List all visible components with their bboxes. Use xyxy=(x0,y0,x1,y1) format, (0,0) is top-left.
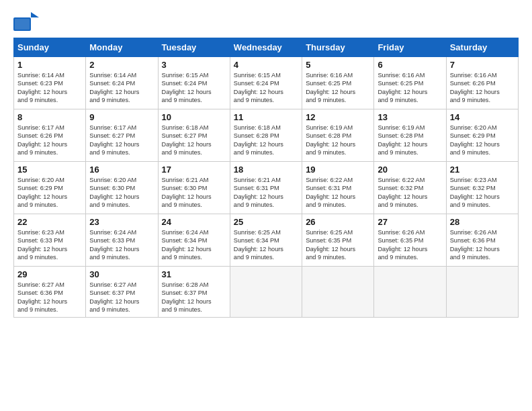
day-number: 8 xyxy=(17,112,82,122)
day-number: 4 xyxy=(234,60,298,70)
day-number: 11 xyxy=(234,112,298,122)
header-row: SundayMondayTuesdayWednesdayThursdayFrid… xyxy=(14,38,519,57)
day-number: 29 xyxy=(17,269,82,279)
cell-info: Sunrise: 6:17 AMSunset: 6:27 PMDaylight:… xyxy=(89,124,154,157)
logo-icon xyxy=(13,12,39,31)
day-number: 2 xyxy=(89,60,154,70)
day-number: 27 xyxy=(378,217,442,227)
logo xyxy=(13,12,40,31)
day-number: 30 xyxy=(89,269,154,279)
day-header-tuesday: Tuesday xyxy=(158,38,230,57)
cell-info: Sunrise: 6:22 AMSunset: 6:32 PMDaylight:… xyxy=(378,176,442,210)
calendar-cell: 23Sunrise: 6:24 AMSunset: 6:33 PMDayligh… xyxy=(86,214,158,267)
cell-info: Sunrise: 6:28 AMSunset: 6:37 PMDaylight:… xyxy=(162,281,226,314)
calendar-cell: 21Sunrise: 6:23 AMSunset: 6:32 PMDayligh… xyxy=(446,162,518,214)
calendar-cell: 9Sunrise: 6:17 AMSunset: 6:27 PMDaylight… xyxy=(86,109,158,162)
day-number: 18 xyxy=(234,165,298,175)
week-row-4: 22Sunrise: 6:23 AMSunset: 6:33 PMDayligh… xyxy=(14,214,519,267)
header xyxy=(13,12,519,31)
calendar-cell: 11Sunrise: 6:18 AMSunset: 6:28 PMDayligh… xyxy=(230,109,302,162)
calendar-cell: 13Sunrise: 6:19 AMSunset: 6:28 PMDayligh… xyxy=(374,109,446,162)
calendar-cell: 1Sunrise: 6:14 AMSunset: 6:23 PMDaylight… xyxy=(14,57,86,109)
cell-info: Sunrise: 6:17 AMSunset: 6:26 PMDaylight:… xyxy=(17,124,82,157)
day-number: 1 xyxy=(17,60,82,70)
day-number: 12 xyxy=(306,112,370,122)
svg-marker-1 xyxy=(31,12,39,17)
cell-info: Sunrise: 6:15 AMSunset: 6:24 PMDaylight:… xyxy=(162,71,226,105)
calendar-cell: 29Sunrise: 6:27 AMSunset: 6:36 PMDayligh… xyxy=(14,267,86,318)
calendar-cell: 17Sunrise: 6:21 AMSunset: 6:30 PMDayligh… xyxy=(158,162,230,214)
day-number: 28 xyxy=(450,217,515,227)
cell-info: Sunrise: 6:21 AMSunset: 6:31 PMDaylight:… xyxy=(234,176,298,210)
day-number: 16 xyxy=(89,165,154,175)
cell-info: Sunrise: 6:19 AMSunset: 6:28 PMDaylight:… xyxy=(306,124,370,157)
cell-info: Sunrise: 6:26 AMSunset: 6:36 PMDaylight:… xyxy=(450,228,515,262)
calendar-cell: 28Sunrise: 6:26 AMSunset: 6:36 PMDayligh… xyxy=(446,214,518,267)
calendar-cell: 12Sunrise: 6:19 AMSunset: 6:28 PMDayligh… xyxy=(302,109,374,162)
day-number: 6 xyxy=(378,60,442,70)
calendar-cell: 14Sunrise: 6:20 AMSunset: 6:29 PMDayligh… xyxy=(446,109,518,162)
svg-rect-2 xyxy=(15,19,30,30)
cell-info: Sunrise: 6:18 AMSunset: 6:28 PMDaylight:… xyxy=(234,124,298,157)
cell-info: Sunrise: 6:26 AMSunset: 6:35 PMDaylight:… xyxy=(378,228,442,262)
cell-info: Sunrise: 6:15 AMSunset: 6:24 PMDaylight:… xyxy=(234,71,298,105)
day-number: 21 xyxy=(450,165,515,175)
day-number: 22 xyxy=(17,217,82,227)
calendar-cell: 6Sunrise: 6:16 AMSunset: 6:25 PMDaylight… xyxy=(374,57,446,109)
calendar-cell: 31Sunrise: 6:28 AMSunset: 6:37 PMDayligh… xyxy=(158,267,230,318)
calendar-cell xyxy=(230,267,302,318)
calendar-cell: 8Sunrise: 6:17 AMSunset: 6:26 PMDaylight… xyxy=(14,109,86,162)
calendar-cell: 20Sunrise: 6:22 AMSunset: 6:32 PMDayligh… xyxy=(374,162,446,214)
calendar-cell: 10Sunrise: 6:18 AMSunset: 6:27 PMDayligh… xyxy=(158,109,230,162)
cell-info: Sunrise: 6:27 AMSunset: 6:36 PMDaylight:… xyxy=(17,281,82,314)
cell-info: Sunrise: 6:25 AMSunset: 6:35 PMDaylight:… xyxy=(306,228,370,262)
day-number: 15 xyxy=(17,165,82,175)
day-number: 23 xyxy=(89,217,154,227)
cell-info: Sunrise: 6:16 AMSunset: 6:25 PMDaylight:… xyxy=(306,71,370,105)
cell-info: Sunrise: 6:27 AMSunset: 6:37 PMDaylight:… xyxy=(89,281,154,314)
calendar-cell: 4Sunrise: 6:15 AMSunset: 6:24 PMDaylight… xyxy=(230,57,302,109)
calendar-cell: 15Sunrise: 6:20 AMSunset: 6:29 PMDayligh… xyxy=(14,162,86,214)
calendar-cell: 18Sunrise: 6:21 AMSunset: 6:31 PMDayligh… xyxy=(230,162,302,214)
calendar-cell: 16Sunrise: 6:20 AMSunset: 6:30 PMDayligh… xyxy=(86,162,158,214)
calendar-cell: 19Sunrise: 6:22 AMSunset: 6:31 PMDayligh… xyxy=(302,162,374,214)
calendar-cell: 2Sunrise: 6:14 AMSunset: 6:24 PMDaylight… xyxy=(86,57,158,109)
calendar-table: SundayMondayTuesdayWednesdayThursdayFrid… xyxy=(13,38,519,318)
day-header-monday: Monday xyxy=(86,38,158,57)
cell-info: Sunrise: 6:14 AMSunset: 6:24 PMDaylight:… xyxy=(89,71,154,105)
cell-info: Sunrise: 6:19 AMSunset: 6:28 PMDaylight:… xyxy=(378,124,442,157)
cell-info: Sunrise: 6:22 AMSunset: 6:31 PMDaylight:… xyxy=(306,176,370,210)
cell-info: Sunrise: 6:20 AMSunset: 6:29 PMDaylight:… xyxy=(450,124,515,157)
calendar-cell xyxy=(446,267,518,318)
day-number: 10 xyxy=(162,112,226,122)
day-header-sunday: Sunday xyxy=(14,38,86,57)
calendar-cell: 3Sunrise: 6:15 AMSunset: 6:24 PMDaylight… xyxy=(158,57,230,109)
day-number: 20 xyxy=(378,165,442,175)
calendar-cell: 27Sunrise: 6:26 AMSunset: 6:35 PMDayligh… xyxy=(374,214,446,267)
cell-info: Sunrise: 6:20 AMSunset: 6:30 PMDaylight:… xyxy=(89,176,154,210)
day-number: 13 xyxy=(378,112,442,122)
cell-info: Sunrise: 6:24 AMSunset: 6:33 PMDaylight:… xyxy=(89,228,154,262)
calendar-cell: 25Sunrise: 6:25 AMSunset: 6:34 PMDayligh… xyxy=(230,214,302,267)
cell-info: Sunrise: 6:16 AMSunset: 6:25 PMDaylight:… xyxy=(378,71,442,105)
calendar-cell: 5Sunrise: 6:16 AMSunset: 6:25 PMDaylight… xyxy=(302,57,374,109)
calendar-cell: 7Sunrise: 6:16 AMSunset: 6:26 PMDaylight… xyxy=(446,57,518,109)
calendar-cell xyxy=(374,267,446,318)
day-header-saturday: Saturday xyxy=(446,38,518,57)
cell-info: Sunrise: 6:20 AMSunset: 6:29 PMDaylight:… xyxy=(17,176,82,210)
day-number: 26 xyxy=(306,217,370,227)
cell-info: Sunrise: 6:23 AMSunset: 6:33 PMDaylight:… xyxy=(17,228,82,262)
day-header-wednesday: Wednesday xyxy=(230,38,302,57)
day-number: 31 xyxy=(162,269,226,279)
day-number: 14 xyxy=(450,112,515,122)
day-number: 17 xyxy=(162,165,226,175)
page: SundayMondayTuesdayWednesdayThursdayFrid… xyxy=(0,0,532,411)
day-header-thursday: Thursday xyxy=(302,38,374,57)
cell-info: Sunrise: 6:16 AMSunset: 6:26 PMDaylight:… xyxy=(450,71,515,105)
day-number: 3 xyxy=(162,60,226,70)
day-header-friday: Friday xyxy=(374,38,446,57)
week-row-2: 8Sunrise: 6:17 AMSunset: 6:26 PMDaylight… xyxy=(14,109,519,162)
calendar-cell: 26Sunrise: 6:25 AMSunset: 6:35 PMDayligh… xyxy=(302,214,374,267)
calendar-cell: 24Sunrise: 6:24 AMSunset: 6:34 PMDayligh… xyxy=(158,214,230,267)
cell-info: Sunrise: 6:23 AMSunset: 6:32 PMDaylight:… xyxy=(450,176,515,210)
